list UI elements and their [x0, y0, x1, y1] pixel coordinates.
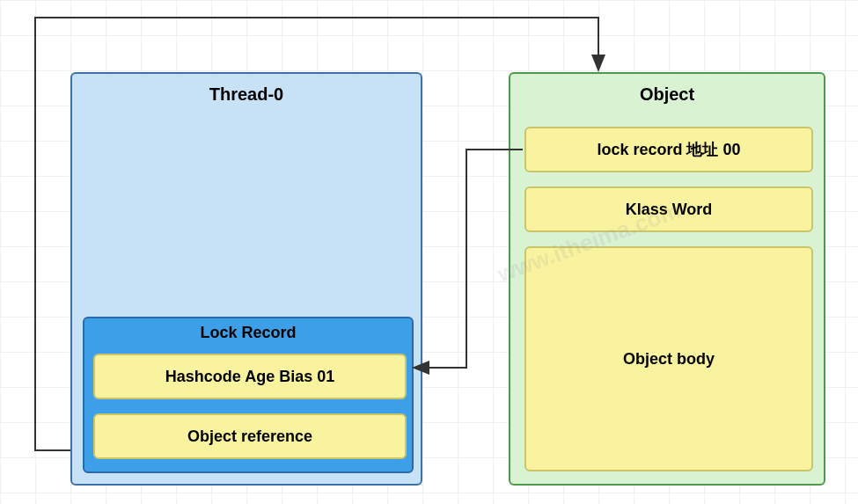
- thread-title: Thread-0: [72, 84, 421, 105]
- object-klass-word: Klass Word: [524, 186, 813, 232]
- thread-container: Thread-0 Lock Record Hashcode Age Bias 0…: [70, 72, 422, 486]
- lock-record-object-reference: Object reference: [93, 413, 407, 459]
- arrow-markword-to-lockrecord: [414, 150, 523, 368]
- object-mark-word: lock record 地址 00: [524, 127, 813, 172]
- object-title: Object: [510, 84, 824, 105]
- object-body: Object body: [524, 246, 813, 471]
- lock-record-container: Lock Record Hashcode Age Bias 01 Object …: [83, 317, 414, 473]
- object-container: Object lock record 地址 00 Klass Word Obje…: [509, 72, 825, 486]
- lock-record-title: Lock Record: [84, 324, 412, 342]
- lock-record-hashcode: Hashcode Age Bias 01: [93, 354, 407, 399]
